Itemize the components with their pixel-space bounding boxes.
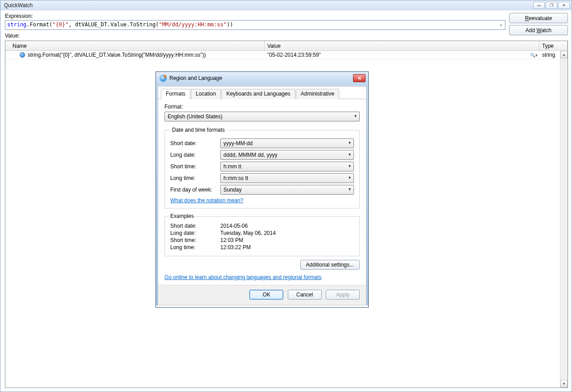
first-day-label: First day of week: xyxy=(170,187,220,193)
apply-button[interactable]: Apply xyxy=(326,290,360,300)
variable-icon xyxy=(20,52,25,58)
first-day-combo[interactable]: Sunday xyxy=(220,185,354,195)
column-value[interactable]: Value xyxy=(265,41,539,50)
long-time-label: Long time: xyxy=(170,175,220,181)
add-watch-button[interactable]: Add Watch xyxy=(509,25,568,35)
window-title: QuickWatch xyxy=(4,2,533,8)
value-label: Value: xyxy=(5,33,505,40)
tab-administrative[interactable]: Administrative xyxy=(296,89,339,99)
format-label: Format: xyxy=(164,104,360,110)
ex-short-date-label: Short date: xyxy=(170,223,220,229)
scroll-up-icon[interactable]: ▲ xyxy=(560,51,568,58)
tab-strip: Formats Location Keyboards and Languages… xyxy=(158,87,366,99)
examples-legend: Examples xyxy=(170,213,194,219)
ex-short-time-label: Short time: xyxy=(170,237,220,243)
tab-formats[interactable]: Formats xyxy=(161,89,190,99)
examples-group: Examples Short date:2014-05-06 Long date… xyxy=(164,213,360,256)
notation-link[interactable]: What does the notation mean? xyxy=(170,197,243,204)
dialog-close-button[interactable]: ✕ xyxy=(353,74,366,82)
row-value: "05-02-2014:23:59:59" xyxy=(267,52,321,58)
long-date-combo[interactable]: dddd, MMMM dd, yyyy xyxy=(220,150,354,160)
magnifier-icon[interactable]: 🔍▾ xyxy=(530,53,538,58)
ok-button[interactable]: OK xyxy=(249,290,283,300)
column-type[interactable]: Type xyxy=(539,41,568,50)
expression-dropdown-icon[interactable]: ▾ xyxy=(497,21,505,29)
globe-icon xyxy=(160,75,167,82)
cancel-button[interactable]: Cancel xyxy=(288,290,322,300)
date-time-formats-group: Date and time formats Short date: yyyy-M… xyxy=(164,127,360,209)
long-date-label: Long date: xyxy=(170,152,220,158)
ex-short-date-value: 2014-05-06 xyxy=(220,223,248,229)
long-time-combo[interactable]: h:mm:ss tt xyxy=(220,173,354,183)
scroll-down-icon[interactable]: ▼ xyxy=(560,380,568,388)
minimize-button[interactable]: ▭ xyxy=(533,2,545,9)
format-combo[interactable]: English (United States) xyxy=(164,112,360,121)
short-date-label: Short date: xyxy=(170,140,220,146)
ex-long-time-value: 12:03:22 PM xyxy=(220,244,251,250)
go-online-link[interactable]: Go online to learn about changing langua… xyxy=(164,274,360,280)
column-name[interactable]: Name xyxy=(5,41,265,50)
short-date-combo[interactable]: yyyy-MM-dd xyxy=(220,138,354,148)
close-button[interactable]: ✕ xyxy=(558,2,570,9)
ex-long-date-label: Long date: xyxy=(170,230,220,236)
ex-long-date-value: Tuesday, May 06, 2014 xyxy=(220,230,276,236)
short-time-combo[interactable]: h:mm tt xyxy=(220,162,354,171)
table-row[interactable]: string.Format("{0}", dtVALUE_DT.Value.To… xyxy=(5,51,568,59)
ex-short-time-value: 12:03 PM xyxy=(220,237,243,243)
tab-keyboards[interactable]: Keyboards and Languages xyxy=(221,89,295,99)
additional-settings-button[interactable]: Additional settings... xyxy=(300,260,360,270)
row-name: string.Format("{0}", dtVALUE_DT.Value.To… xyxy=(28,52,206,58)
maximize-button[interactable]: ❐ xyxy=(546,2,557,9)
scrollbar[interactable]: ▲ ▼ xyxy=(560,51,568,388)
tab-location[interactable]: Location xyxy=(191,89,221,99)
expression-label: Expression: xyxy=(5,13,505,20)
short-time-label: Short time: xyxy=(170,163,220,170)
ex-long-time-label: Long time: xyxy=(170,244,220,250)
date-time-formats-legend: Date and time formats xyxy=(170,127,227,133)
reevaluate-button[interactable]: Reevaluate xyxy=(509,13,568,23)
dialog-title: Region and Language xyxy=(169,75,353,81)
dialog-titlebar: Region and Language ✕ xyxy=(156,72,368,84)
quickwatch-titlebar: QuickWatch ▭ ❐ ✕ xyxy=(0,0,572,10)
expression-input[interactable]: string.Format("{0}", dtVALUE_DT.Value.To… xyxy=(5,20,505,30)
region-language-dialog: Region and Language ✕ Formats Location K… xyxy=(156,71,369,308)
